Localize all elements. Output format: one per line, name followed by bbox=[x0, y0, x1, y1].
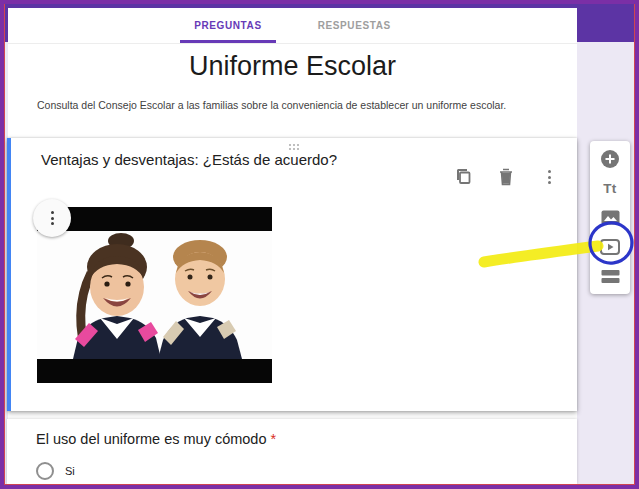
tab-respuestas[interactable]: RESPUESTAS bbox=[304, 8, 405, 43]
card-actions bbox=[453, 167, 559, 187]
page-background: PREGUNTAS RESPUESTAS Uniforme Escolar Co… bbox=[4, 4, 635, 485]
next-question-card[interactable]: El uso del uniforme es muy cómodo* Si bbox=[7, 419, 577, 484]
option-row: Si bbox=[36, 462, 75, 480]
delete-icon[interactable] bbox=[496, 167, 516, 187]
form-body: PREGUNTAS RESPUESTAS Uniforme Escolar Co… bbox=[8, 8, 577, 484]
question-card[interactable]: Ventajas y desventajas: ¿Estás de acuerd… bbox=[7, 138, 577, 411]
window-frame: PREGUNTAS RESPUESTAS Uniforme Escolar Co… bbox=[0, 0, 639, 489]
add-video-icon[interactable] bbox=[597, 235, 623, 259]
children-photo bbox=[37, 231, 272, 359]
more-options-icon[interactable] bbox=[539, 167, 559, 187]
required-asterisk: * bbox=[271, 431, 277, 447]
add-image-icon[interactable] bbox=[597, 206, 623, 230]
option-label: Si bbox=[65, 465, 75, 477]
question-media-image[interactable] bbox=[37, 207, 272, 383]
image-letterbox-top bbox=[37, 207, 272, 231]
form-title[interactable]: Uniforme Escolar bbox=[8, 51, 577, 82]
add-question-icon[interactable] bbox=[597, 147, 623, 171]
next-question-title: El uso del uniforme es muy cómodo* bbox=[36, 431, 276, 447]
add-section-icon[interactable] bbox=[597, 265, 623, 289]
side-toolbar: Tt bbox=[590, 141, 630, 294]
media-more-options-icon[interactable] bbox=[33, 199, 71, 237]
radio-button[interactable] bbox=[36, 462, 54, 480]
question-title[interactable]: Ventajas y desventajas: ¿Estás de acuerd… bbox=[41, 151, 337, 168]
tab-bar: PREGUNTAS RESPUESTAS bbox=[8, 8, 577, 44]
add-title-text-icon[interactable]: Tt bbox=[597, 176, 623, 200]
form-description[interactable]: Consulta del Consejo Escolar a las famil… bbox=[8, 99, 577, 111]
image-letterbox-bottom bbox=[37, 359, 272, 383]
duplicate-icon[interactable] bbox=[453, 167, 473, 187]
tab-preguntas[interactable]: PREGUNTAS bbox=[180, 8, 275, 43]
drag-handle-icon[interactable] bbox=[288, 143, 300, 151]
